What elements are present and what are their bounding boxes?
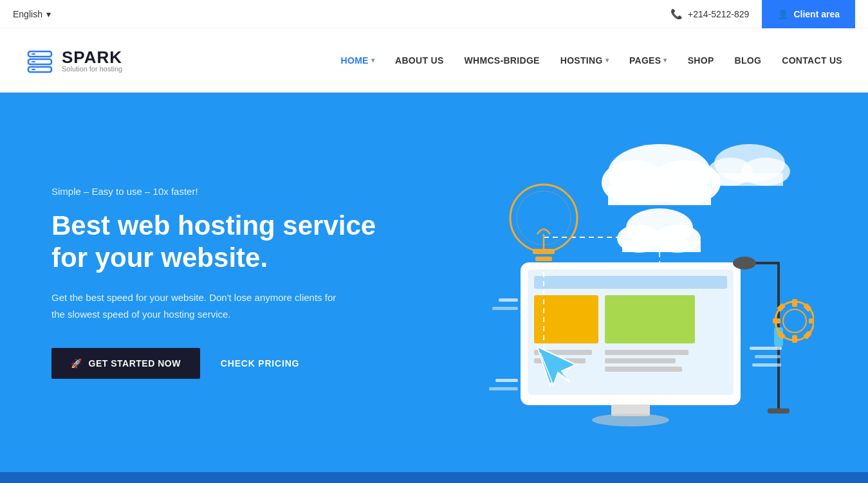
svg-rect-18 (605, 295, 695, 343)
hero-illustration (415, 134, 814, 430)
phone-area: 📞 +214-5212-829 (670, 8, 749, 20)
logo-icon (26, 46, 54, 75)
phone-number: +214-5212-829 (688, 9, 749, 19)
svg-rect-37 (535, 257, 552, 261)
svg-rect-9 (608, 186, 711, 205)
language-selector[interactable]: English ▾ (13, 9, 51, 19)
chevron-down-icon: ▾ (663, 57, 667, 64)
hero-section: Simple – Easy to use – 10x faster! Best … (0, 93, 868, 472)
language-label: English (13, 9, 42, 19)
svg-rect-54 (499, 298, 518, 302)
svg-rect-60 (752, 363, 781, 367)
svg-point-45 (783, 309, 806, 333)
hero-description: Get the best speed for your website. Don… (51, 289, 347, 322)
svg-rect-20 (605, 358, 676, 363)
nav-item-pages[interactable]: PAGES ▾ (629, 55, 667, 66)
hero-illustration-area (412, 134, 817, 430)
nav-item-whmcs[interactable]: WHMCS-BRIDGE (465, 55, 540, 66)
hero-tagline: Simple – Easy to use – 10x faster! (51, 186, 412, 197)
nav-links: HOME ▾ ABOUT US WHMCS-BRIDGE HOSTING ▾ P… (341, 55, 842, 66)
svg-point-25 (592, 414, 669, 426)
svg-rect-13 (712, 173, 783, 186)
hero-actions: 🚀 GET STARTED NOW CHECK PRICING (51, 348, 412, 379)
logo-subtitle: Solution for hosting (62, 65, 122, 73)
svg-rect-59 (755, 355, 780, 358)
svg-rect-55 (492, 307, 518, 310)
client-area-button[interactable]: 👤 Client area (762, 0, 855, 28)
chevron-down-icon: ▾ (605, 57, 609, 64)
svg-rect-30 (622, 241, 701, 252)
svg-rect-42 (768, 408, 790, 414)
svg-rect-48 (773, 318, 780, 324)
nav-item-home[interactable]: HOME ▾ (341, 55, 375, 66)
nav-item-about[interactable]: ABOUT US (395, 55, 444, 66)
logo[interactable]: SPARK Solution for hosting (26, 46, 122, 75)
svg-rect-49 (809, 318, 814, 324)
top-bar-right: 📞 +214-5212-829 👤 Client area (670, 0, 855, 28)
svg-rect-56 (495, 379, 518, 382)
top-bar: English ▾ 📞 +214-5212-829 👤 Client area (0, 0, 868, 28)
nav-item-shop[interactable]: SHOP (688, 55, 714, 66)
chevron-down-icon: ▾ (371, 57, 374, 64)
chevron-down-icon: ▾ (46, 9, 51, 19)
rocket-icon: 🚀 (71, 358, 82, 369)
svg-rect-21 (605, 367, 682, 372)
svg-rect-46 (792, 299, 797, 307)
svg-rect-16 (534, 276, 727, 289)
hero-content: Simple – Easy to use – 10x faster! Best … (51, 186, 412, 379)
nav-item-blog[interactable]: BLOG (735, 55, 762, 66)
nav-item-contact[interactable]: CONTACT US (782, 55, 842, 66)
svg-rect-19 (605, 350, 688, 355)
bottom-strip (0, 472, 868, 483)
svg-rect-47 (792, 335, 797, 343)
svg-rect-36 (533, 249, 555, 254)
check-pricing-button[interactable]: CHECK PRICING (221, 358, 299, 369)
navbar: SPARK Solution for hosting HOME ▾ ABOUT … (0, 28, 868, 93)
user-icon: 👤 (777, 9, 788, 19)
get-started-button[interactable]: 🚀 GET STARTED NOW (51, 348, 200, 379)
hero-title: Best web hosting service for your websit… (51, 210, 412, 275)
nav-item-hosting[interactable]: HOSTING ▾ (560, 55, 609, 66)
svg-rect-58 (750, 347, 782, 350)
svg-rect-57 (489, 387, 518, 390)
phone-icon: 📞 (670, 8, 683, 20)
svg-point-41 (733, 257, 756, 269)
client-area-label: Client area (793, 9, 840, 19)
